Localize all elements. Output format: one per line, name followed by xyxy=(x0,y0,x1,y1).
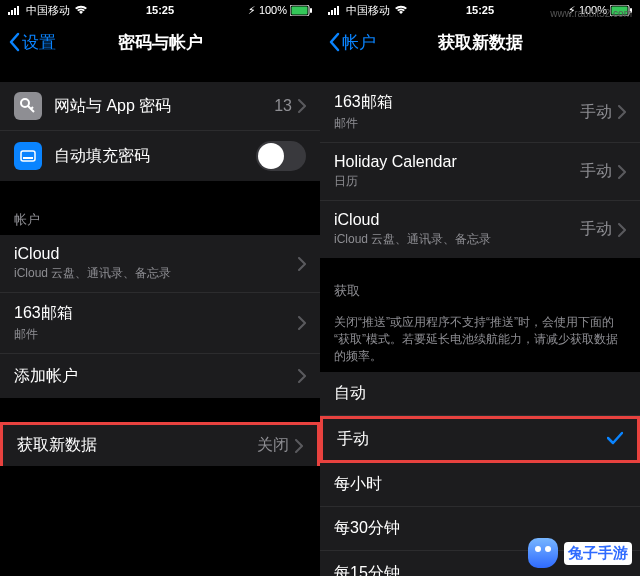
chevron-left-icon xyxy=(328,32,340,52)
svg-rect-10 xyxy=(328,12,330,15)
section-header-fetch: 获取 xyxy=(320,276,640,306)
row-option-manual[interactable]: 手动 xyxy=(320,416,640,463)
row-option-auto[interactable]: 自动 xyxy=(320,372,640,416)
account-sub: 邮件 xyxy=(334,115,580,132)
account-sub: 邮件 xyxy=(14,326,298,343)
nav-bar: 设置 密码与帐户 xyxy=(0,20,320,64)
chevron-left-icon xyxy=(8,32,20,52)
brand-badge: 兔子手游 xyxy=(528,538,632,568)
back-label: 设置 xyxy=(22,31,56,54)
svg-point-7 xyxy=(21,99,29,107)
row-label: 获取新数据 xyxy=(17,435,257,456)
chevron-right-icon xyxy=(618,165,626,179)
option-label: 自动 xyxy=(334,383,626,404)
account-title: 163邮箱 xyxy=(14,303,298,324)
chevron-right-icon xyxy=(618,223,626,237)
chevron-right-icon xyxy=(618,105,626,119)
chevron-right-icon xyxy=(298,99,306,113)
back-button[interactable]: 帐户 xyxy=(328,31,376,54)
section-header-accounts: 帐户 xyxy=(0,205,320,235)
svg-rect-13 xyxy=(337,6,339,15)
account-sub: 日历 xyxy=(334,173,580,190)
screenshot-left: 中国移动 15:25 ⚡︎ 100% 设置 密码与帐户 网站与 App 密码 1… xyxy=(0,0,320,576)
wifi-icon xyxy=(74,5,88,15)
account-title: 163邮箱 xyxy=(334,92,580,113)
option-label: 每30分钟 xyxy=(334,518,626,539)
back-button[interactable]: 设置 xyxy=(8,31,56,54)
row-account-163[interactable]: 163邮箱 邮件 手动 xyxy=(320,82,640,143)
row-website-passwords[interactable]: 网站与 App 密码 13 xyxy=(0,82,320,131)
chevron-right-icon xyxy=(298,257,306,271)
svg-rect-8 xyxy=(21,151,35,161)
svg-rect-1 xyxy=(11,10,13,15)
page-title: 获取新数据 xyxy=(438,31,523,54)
row-label: 添加帐户 xyxy=(14,366,298,387)
row-fetch-new-data[interactable]: 获取新数据 关闭 xyxy=(0,422,320,466)
nav-bar: 帐户 获取新数据 xyxy=(320,20,640,64)
option-label: 手动 xyxy=(337,429,607,450)
carrier-label: 中国移动 xyxy=(346,3,390,18)
account-title: iCloud xyxy=(334,211,580,229)
row-account-icloud[interactable]: iCloud iCloud 云盘、通讯录、备忘录 手动 xyxy=(320,201,640,258)
signal-icon xyxy=(8,5,22,15)
row-value: 手动 xyxy=(580,102,612,123)
svg-rect-0 xyxy=(8,12,10,15)
row-add-account[interactable]: 添加帐户 xyxy=(0,354,320,398)
brand-text: 兔子手游 xyxy=(564,542,632,565)
row-account-holiday[interactable]: Holiday Calendar 日历 手动 xyxy=(320,143,640,201)
carrier-label: 中国移动 xyxy=(26,3,70,18)
time-label: 15:25 xyxy=(146,4,174,16)
svg-rect-5 xyxy=(292,6,308,14)
autofill-icon xyxy=(14,142,42,170)
wifi-icon xyxy=(394,5,408,15)
row-option-hourly[interactable]: 每小时 xyxy=(320,463,640,507)
row-autofill-password[interactable]: 自动填充密码 xyxy=(0,131,320,181)
account-title: iCloud xyxy=(14,245,298,263)
time-label: 15:25 xyxy=(466,4,494,16)
battery-label: 100% xyxy=(259,4,287,16)
page-title: 密码与帐户 xyxy=(118,31,203,54)
section-footer-fetch: 关闭“推送”或应用程序不支持“推送”时，会使用下面的“获取”模式。若要延长电池续… xyxy=(320,306,640,372)
battery-icon xyxy=(290,5,312,16)
svg-rect-12 xyxy=(334,8,336,15)
chevron-right-icon xyxy=(298,369,306,383)
chevron-right-icon xyxy=(298,316,306,330)
charge-icon: ⚡︎ xyxy=(248,4,256,17)
brand-logo-icon xyxy=(528,538,558,568)
screenshot-right: www.rabbit52.com 中国移动 15:25 ⚡︎ 100% 帐户 获… xyxy=(320,0,640,576)
back-label: 帐户 xyxy=(342,31,376,54)
account-sub: iCloud 云盘、通讯录、备忘录 xyxy=(14,265,298,282)
status-bar: 中国移动 15:25 ⚡︎ 100% xyxy=(0,0,320,20)
svg-rect-6 xyxy=(310,8,312,13)
svg-rect-11 xyxy=(331,10,333,15)
signal-icon xyxy=(328,5,342,15)
row-value: 手动 xyxy=(580,219,612,240)
row-value: 手动 xyxy=(580,161,612,182)
svg-rect-9 xyxy=(23,157,33,159)
account-sub: iCloud 云盘、通讯录、备忘录 xyxy=(334,231,580,248)
row-value: 13 xyxy=(274,97,292,115)
watermark: www.rabbit52.com xyxy=(550,8,632,19)
chevron-right-icon xyxy=(295,439,303,453)
account-title: Holiday Calendar xyxy=(334,153,580,171)
option-label: 每小时 xyxy=(334,474,626,495)
svg-rect-3 xyxy=(17,6,19,15)
autofill-toggle[interactable] xyxy=(256,141,306,171)
key-icon xyxy=(14,92,42,120)
row-account-icloud[interactable]: iCloud iCloud 云盘、通讯录、备忘录 xyxy=(0,235,320,293)
row-account-163[interactable]: 163邮箱 邮件 xyxy=(0,293,320,354)
row-label: 网站与 App 密码 xyxy=(54,96,274,117)
svg-rect-2 xyxy=(14,8,16,15)
check-icon xyxy=(607,431,623,449)
row-value: 关闭 xyxy=(257,435,289,456)
row-label: 自动填充密码 xyxy=(54,146,256,167)
